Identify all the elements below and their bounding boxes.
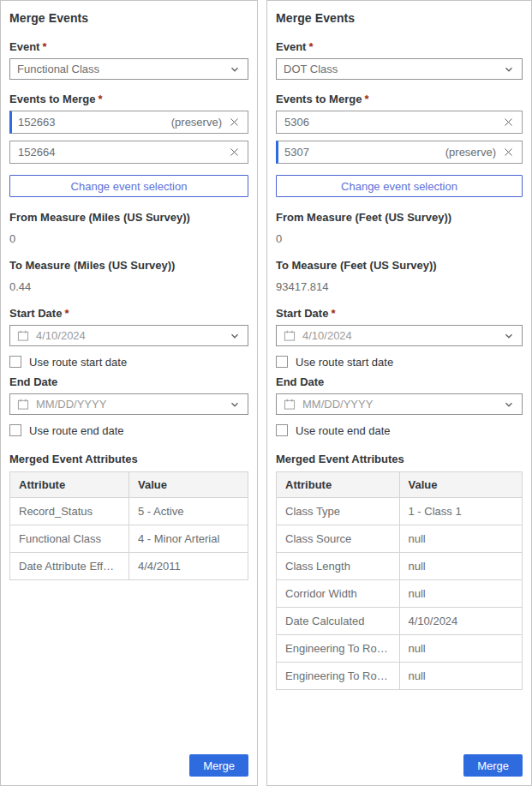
preserve-tag: (preserve) <box>445 146 496 159</box>
value-column-header: Value <box>129 472 248 498</box>
table-row: Class Source null <box>277 525 523 553</box>
events-to-merge-label: Events to Merge* <box>9 93 248 105</box>
to-measure-value: 93417.814 <box>276 280 523 293</box>
calendar-icon <box>284 330 296 342</box>
event-select[interactable]: DOT Class <box>276 58 523 80</box>
calendar-icon <box>17 399 29 411</box>
from-measure-label: From Measure (Miles (US Survey)) <box>9 211 248 224</box>
close-icon[interactable] <box>228 147 240 159</box>
attribute-cell: Engineering To Route ... <box>277 663 400 690</box>
table-row: Engineering To RouteID null <box>277 635 523 663</box>
attribute-cell: Class Length <box>277 553 400 580</box>
close-icon[interactable] <box>502 147 514 159</box>
value-cell: null <box>399 580 523 608</box>
panel-title: Merge Events <box>9 11 248 25</box>
panel-footer: Merge <box>276 747 523 777</box>
start-date-input[interactable]: 4/10/2024 <box>9 325 248 346</box>
value-cell: 4/4/2011 <box>129 553 248 580</box>
value-cell: 4/10/2024 <box>399 608 523 635</box>
merge-events-workspace: Merge Events Event* Functional Class Eve… <box>0 0 532 786</box>
event-to-merge-row[interactable]: 152664 <box>9 141 248 164</box>
table-row: Class Type 1 - Class 1 <box>277 498 523 525</box>
table-row: Engineering To Route ... null <box>277 663 523 690</box>
attribute-cell: Class Type <box>277 498 400 525</box>
event-label: Event* <box>276 40 523 53</box>
table-header-row: Attribute Value <box>10 472 248 498</box>
required-asterisk: * <box>331 307 335 320</box>
attribute-cell: Record_Status <box>10 498 129 525</box>
attribute-column-header: Attribute <box>10 472 129 498</box>
event-select-value: DOT Class <box>284 63 503 75</box>
use-route-end-date-label: Use route end date <box>296 424 391 437</box>
calendar-icon <box>17 330 29 342</box>
events-to-merge-label: Events to Merge* <box>276 93 523 105</box>
use-route-start-date-label: Use route start date <box>29 356 127 369</box>
start-date-label: Start Date* <box>276 307 523 320</box>
merged-attributes-table: Attribute Value Record_Status 5 - Active… <box>9 471 248 580</box>
event-id: 152664 <box>18 146 222 159</box>
chevron-down-icon <box>503 399 515 411</box>
end-date-placeholder: MM/DD/YYYY <box>302 398 496 411</box>
start-date-value: 4/10/2024 <box>36 329 222 342</box>
value-cell: null <box>399 553 523 580</box>
use-route-end-date-label: Use route end date <box>29 424 124 437</box>
end-date-label: End Date <box>276 375 523 388</box>
use-route-end-date-checkbox[interactable] <box>276 424 288 436</box>
required-asterisk: * <box>308 40 313 53</box>
change-event-selection-button[interactable]: Change event selection <box>9 175 248 197</box>
start-date-input[interactable]: 4/10/2024 <box>276 325 523 346</box>
from-measure-value: 0 <box>276 232 523 245</box>
close-icon[interactable] <box>502 117 514 129</box>
merged-event-attributes-label: Merged Event Attributes <box>276 453 523 465</box>
value-cell: 1 - Class 1 <box>399 498 523 525</box>
use-route-start-date-row: Use route start date <box>276 354 523 369</box>
merged-attributes-table: Attribute Value Class Type 1 - Class 1 C… <box>276 471 523 690</box>
table-row: Date Attribute Effective 4/4/2011 <box>10 553 248 580</box>
use-route-start-date-row: Use route start date <box>9 354 248 369</box>
merge-button[interactable]: Merge <box>463 754 523 777</box>
preserve-tag: (preserve) <box>171 116 222 129</box>
table-row: Functional Class 4 - Minor Arterial <box>10 525 248 553</box>
event-to-merge-row[interactable]: 5307 (preserve) <box>276 141 523 164</box>
attribute-cell: Functional Class <box>10 525 129 553</box>
attribute-cell: Date Attribute Effective <box>10 553 129 580</box>
merge-button[interactable]: Merge <box>189 754 248 777</box>
table-row: Class Length null <box>277 553 523 580</box>
chevron-down-icon <box>503 330 515 342</box>
event-id: 5306 <box>284 116 496 129</box>
end-date-label: End Date <box>9 375 248 388</box>
attribute-cell: Engineering To RouteID <box>277 635 400 663</box>
required-asterisk: * <box>42 40 46 53</box>
value-cell: null <box>399 525 523 553</box>
attribute-cell: Corridor Width <box>277 580 400 608</box>
change-event-selection-button[interactable]: Change event selection <box>276 175 523 197</box>
to-measure-label: To Measure (Feet (US Survey)) <box>276 259 523 272</box>
event-select-value: Functional Class <box>17 63 229 75</box>
use-route-end-date-checkbox[interactable] <box>9 424 21 436</box>
use-route-start-date-checkbox[interactable] <box>9 356 21 368</box>
table-row: Date Calculated 4/10/2024 <box>277 608 523 635</box>
calendar-icon <box>284 399 296 411</box>
table-row: Corridor Width null <box>277 580 523 608</box>
chevron-down-icon <box>229 63 241 75</box>
use-route-start-date-checkbox[interactable] <box>276 356 288 368</box>
close-icon[interactable] <box>228 117 240 129</box>
attribute-cell: Class Source <box>277 525 400 553</box>
panel-title: Merge Events <box>276 11 523 25</box>
event-select[interactable]: Functional Class <box>9 58 248 80</box>
end-date-placeholder: MM/DD/YYYY <box>36 398 222 411</box>
value-column-header: Value <box>399 472 523 498</box>
merge-events-panel-dot-class: Merge Events Event* DOT Class Events to … <box>266 0 532 786</box>
value-cell: 5 - Active <box>129 498 248 525</box>
end-date-input[interactable]: MM/DD/YYYY <box>276 393 523 415</box>
required-asterisk: * <box>64 307 69 320</box>
event-id: 152663 <box>18 116 171 129</box>
value-cell: null <box>399 663 523 690</box>
to-measure-label: To Measure (Miles (US Survey)) <box>9 259 248 272</box>
end-date-input[interactable]: MM/DD/YYYY <box>9 393 248 415</box>
start-date-value: 4/10/2024 <box>302 329 496 342</box>
event-to-merge-row[interactable]: 152663 (preserve) <box>9 111 248 134</box>
value-cell: null <box>399 635 523 663</box>
attribute-column-header: Attribute <box>277 472 400 498</box>
event-to-merge-row[interactable]: 5306 <box>276 111 523 134</box>
